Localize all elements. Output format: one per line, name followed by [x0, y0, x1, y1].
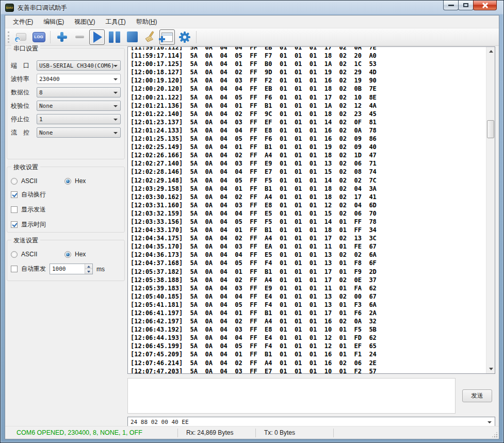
log-row: [12:06:43.192] 5A 0A 04 03 FF E8 01 01 0… — [131, 325, 485, 334]
log-row: [12:07:47.203] 5A 0A 04 03 FF E7 01 01 0… — [131, 367, 485, 373]
field-label: 停止位 — [11, 115, 37, 124]
interval-unit-label: ms — [96, 266, 105, 273]
menu-item-e[interactable]: 编辑(E) — [38, 15, 69, 28]
menu-item-h[interactable]: 帮助(H) — [131, 15, 162, 28]
send-hex-radio[interactable]: Hex — [64, 251, 118, 258]
send-button[interactable]: 发送 — [462, 389, 492, 402]
chevron-down-icon — [113, 78, 118, 80]
stop-icon — [127, 31, 138, 42]
log-row: [12:01:25.135] 5A 0A 04 05 FF F6 01 01 0… — [131, 135, 485, 143]
resize-grip[interactable] — [492, 432, 497, 437]
log-row: [12:01:22.140] 5A 0A 04 02 FF 9C 01 01 0… — [131, 110, 485, 118]
receive-hex-radio[interactable]: Hex — [64, 177, 118, 185]
log-row: [12:05:41.181] 5A 0A 04 05 FF F4 01 01 0… — [131, 301, 485, 309]
log-row: [12:02:28.146] 5A 0A 04 04 FF E7 01 01 0… — [131, 168, 485, 176]
up-arrow-icon — [87, 266, 90, 268]
combo-value: None — [39, 129, 53, 136]
spinner-up-button[interactable] — [85, 264, 92, 269]
field-label: 波特率 — [11, 75, 37, 84]
serial-field-combo-2[interactable]: 8 — [37, 87, 121, 97]
scroll-up-button[interactable] — [486, 47, 495, 56]
field-label: 数据位 — [11, 88, 37, 97]
scrollbar-thumb[interactable] — [487, 120, 494, 138]
send-input[interactable] — [127, 378, 456, 414]
log-row: [12:03:32.159] 5A 0A 04 04 FF E5 01 01 0… — [131, 209, 485, 218]
serial-field-combo-0[interactable]: USB-SERIAL CH340(COM6) — [37, 60, 121, 71]
chevron-down-icon — [113, 105, 118, 107]
serial-field-row: 校验位None — [11, 101, 121, 111]
maximize-button[interactable] — [458, 1, 474, 10]
remove-button[interactable] — [72, 29, 87, 45]
connection-plus-icon — [16, 33, 26, 41]
log-row: [12:02:27.140] 5A 0A 04 03 FF E9 01 01 0… — [131, 159, 485, 168]
radio-icon — [64, 251, 71, 258]
toolbar: LOG — [5, 28, 499, 46]
log-row: [12:04:36.173] 5A 0A 04 04 FF E5 01 01 0… — [131, 251, 485, 259]
receive-ascii-radio[interactable]: ASCII — [11, 177, 64, 185]
serial-field-combo-4[interactable]: 1 — [37, 114, 121, 124]
add-button[interactable] — [54, 29, 70, 45]
pause-icon — [109, 31, 120, 43]
send-history-value: 24 88 02 00 40 EE — [131, 419, 189, 425]
close-button[interactable] — [473, 1, 497, 10]
log-row: [12:03:31.160] 5A 0A 04 03 FF E8 01 01 0… — [131, 201, 485, 209]
log-row: [12:07:45.209] 5A 0A 04 01 FF B1 01 01 0… — [131, 350, 485, 358]
title-bar: SHU 友善串口调试助手 — [1, 1, 503, 15]
down-arrow-icon — [87, 271, 90, 273]
send-history-combo[interactable]: 24 88 02 00 40 EE — [127, 417, 495, 427]
menu-item-v[interactable]: 视图(V) — [69, 15, 100, 28]
receive-settings-group: 接收设置 ASCII Hex 自动换行显示发送显示时间 — [7, 167, 125, 233]
receive-checkbox-row-0[interactable]: 自动换行 — [11, 190, 121, 199]
toolbar-grip[interactable] — [8, 31, 9, 43]
chevron-down-icon — [113, 119, 118, 121]
log-icon: LOG — [32, 32, 45, 42]
log-row: [12:05:39.183] 5A 0A 04 03 FF E9 01 01 0… — [131, 284, 485, 292]
play-icon — [93, 31, 102, 43]
scroll-down-button[interactable] — [486, 365, 495, 373]
resend-interval-spinner[interactable]: 1000 — [50, 264, 93, 274]
log-row: [12:03:33.156] 5A 0A 04 05 FF F5 01 01 0… — [131, 218, 485, 226]
serial-settings-group: 串口设置 端 口USB-SERIAL CH340(COM6)波特率230400数… — [7, 48, 125, 159]
send-ascii-radio[interactable]: ASCII — [11, 251, 64, 258]
serial-field-combo-3[interactable]: None — [37, 101, 121, 111]
menu-item-f[interactable]: 文件(F) — [8, 15, 38, 28]
log-row: [12:01:23.137] 5A 0A 04 03 FF EF 01 01 0… — [131, 118, 485, 126]
chevron-down-icon — [487, 421, 492, 423]
stop-button[interactable] — [124, 29, 140, 45]
log-row: [12:07:46.214] 5A 0A 04 02 FF A4 01 01 0… — [131, 359, 485, 367]
minimize-button[interactable] — [443, 1, 459, 10]
client-area: 文件(F)编辑(E)视图(V)工具(T)帮助(H) LOG — [5, 15, 499, 439]
log-row: [12:00:20.120] 5A 0A 04 04 FF EB 01 01 0… — [131, 85, 485, 93]
log-scrollbar[interactable] — [486, 47, 495, 373]
checkbox-label: 显示发送 — [21, 205, 46, 214]
log-button[interactable]: LOG — [31, 29, 46, 45]
log-row: [12:01:24.133] 5A 0A 04 04 FF E8 01 01 0… — [131, 126, 485, 135]
clear-button[interactable] — [142, 29, 157, 45]
log-row: [12:03:29.158] 5A 0A 04 01 FF B1 01 01 0… — [131, 185, 485, 193]
log-row: [12:06:41.197] 5A 0A 04 01 FF B1 01 01 0… — [131, 309, 485, 317]
menu-item-t[interactable]: 工具(T) — [100, 15, 131, 28]
close-icon — [482, 3, 489, 8]
serial-field-row: 波特率230400 — [11, 74, 121, 84]
chevron-down-icon — [113, 65, 118, 67]
start-button[interactable] — [89, 29, 105, 45]
serial-field-row: 数据位8 — [11, 87, 121, 97]
down-arrow-icon — [489, 368, 493, 370]
pause-button[interactable] — [107, 29, 122, 45]
new-window-button[interactable] — [159, 29, 175, 45]
serial-field-combo-1[interactable]: 230400 — [37, 74, 121, 84]
receive-log-view[interactable]: [11:59:16.112] 5A 0A 04 04 FF EB 01 01 0… — [127, 46, 495, 374]
log-row: [12:00:19.120] 5A 0A 04 03 FF F2 01 01 0… — [131, 76, 485, 85]
spinner-down-button[interactable] — [85, 269, 92, 274]
settings-button[interactable] — [177, 29, 192, 45]
resend-interval-value[interactable]: 1000 — [50, 264, 85, 274]
receive-checkbox-row-2[interactable]: 显示时间 — [11, 220, 121, 229]
new-connection-button[interactable] — [13, 29, 29, 45]
auto-resend-checkbox[interactable] — [11, 266, 18, 272]
receive-checkbox-row-1[interactable]: 显示发送 — [11, 205, 121, 214]
toolbar-separator — [196, 31, 197, 43]
window-title: 友善串口调试助手 — [18, 4, 67, 12]
serial-field-combo-5[interactable]: None — [37, 127, 121, 138]
toolbar-separator — [50, 31, 51, 43]
log-row: [12:05:40.185] 5A 0A 04 04 FF E4 01 01 0… — [131, 292, 485, 301]
